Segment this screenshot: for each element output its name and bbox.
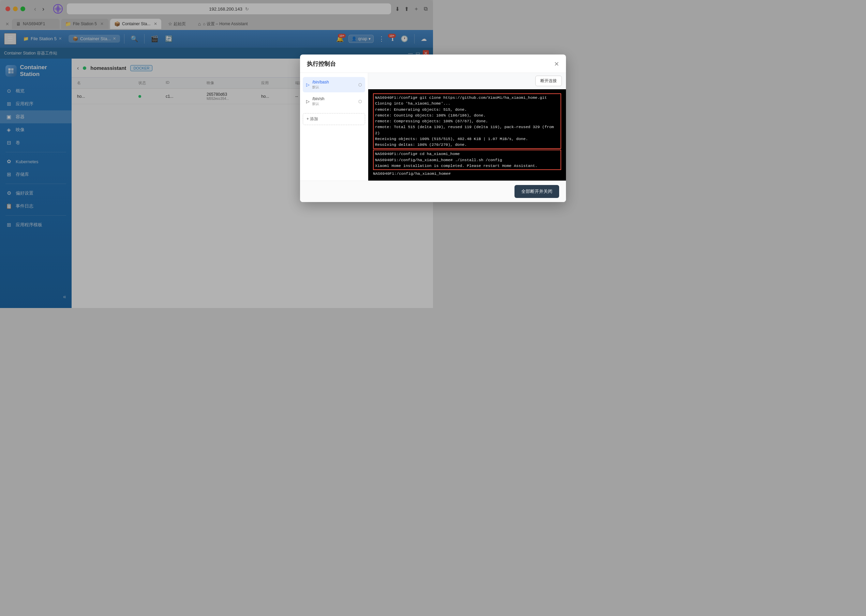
sh-info: /bin/sh 默认 <box>312 96 324 106</box>
modal-header: 执行控制台 ✕ <box>300 55 433 73</box>
modal-footer: 全部断开并关闭 <box>300 181 433 202</box>
sh-sub: 默认 <box>312 102 324 106</box>
shell-item-bash[interactable]: ▷ /bin/bash 默认 ⬡ <box>303 77 365 92</box>
execute-console-modal: 执行控制台 ✕ ▷ /bin/bash 默认 ⬡ ▷ <box>300 55 433 202</box>
add-shell-button[interactable]: + 添加 <box>303 113 365 125</box>
terminal-area: 断开连接 NAS6940F1:/config# git clone https:… <box>368 73 433 181</box>
terminal-toolbar: 断开连接 <box>368 73 433 89</box>
modal-overlay: 执行控制台 ✕ ▷ /bin/bash 默认 ⬡ ▷ <box>0 0 433 308</box>
bash-info: /bin/bash 默认 <box>312 80 329 90</box>
sh-action-icon[interactable]: ⬡ <box>358 99 362 104</box>
shell-list: ▷ /bin/bash 默认 ⬡ ▷ /bin/sh 默认 ⬡ <box>300 73 368 181</box>
bash-name: /bin/bash <box>312 80 329 85</box>
bash-action-icon[interactable]: ⬡ <box>358 82 362 87</box>
modal-body: ▷ /bin/bash 默认 ⬡ ▷ /bin/sh 默认 ⬡ <box>300 73 433 181</box>
shell-item-sh[interactable]: ▷ /bin/sh 默认 ⬡ <box>303 94 365 109</box>
bash-sub: 默认 <box>312 85 329 90</box>
terminal-output[interactable]: NAS6940F1:/config# git clone https://git… <box>368 89 433 181</box>
sh-name: /bin/sh <box>312 96 324 101</box>
sh-icon: ▷ <box>306 99 310 104</box>
modal-title: 执行控制台 <box>307 60 336 68</box>
bash-icon: ▷ <box>306 82 310 87</box>
